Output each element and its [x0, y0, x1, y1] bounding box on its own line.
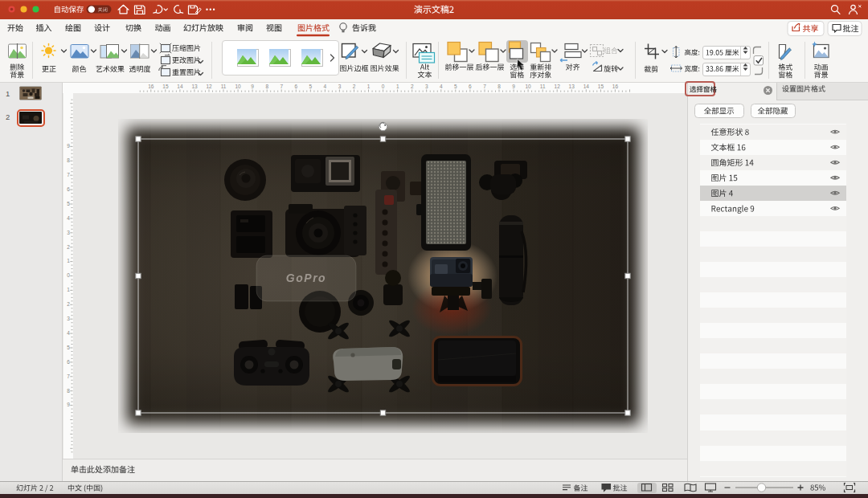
svg-text:GoPro: GoPro	[286, 271, 326, 284]
